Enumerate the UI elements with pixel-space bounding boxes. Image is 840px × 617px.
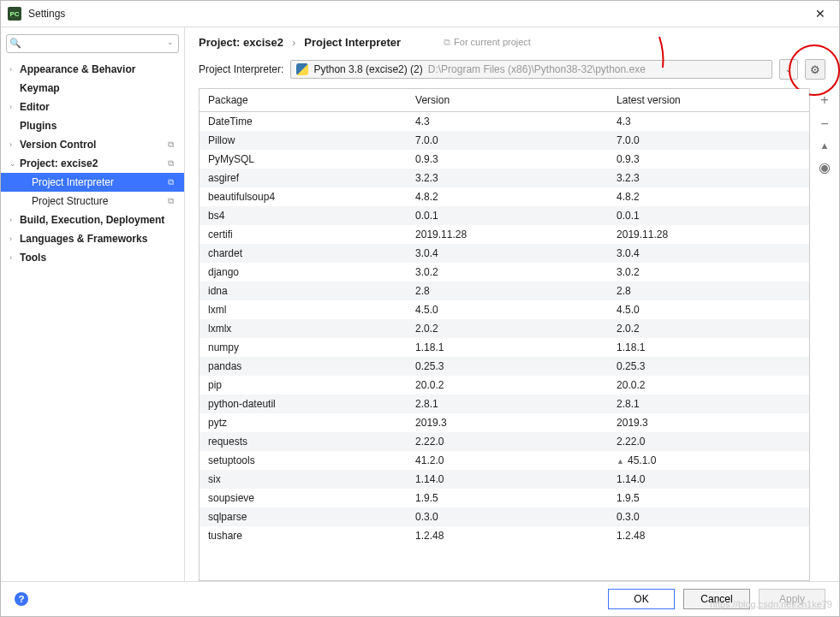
cell-package: requests [200,432,407,451]
cell-package: asgiref [200,169,407,187]
cell-package: numpy [200,338,407,357]
cell-version: 1.9.5 [407,489,608,507]
chevron-icon: › [9,216,20,224]
sidebar-item-appearance-behavior[interactable]: ›Appearance & Behavior [1,60,184,79]
help-button[interactable]: ? [15,592,28,606]
table-row[interactable]: Pillow7.0.07.0.0 [200,131,809,150]
table-row[interactable]: pip20.0.220.0.2 [200,376,809,395]
cell-version: 4.3 [407,112,608,132]
cell-package: lxml [200,300,407,319]
cell-latest: 0.25.3 [608,357,809,376]
table-row[interactable]: PyMySQL0.9.30.9.3 [200,150,809,169]
table-row[interactable]: chardet3.0.43.0.4 [200,244,809,263]
add-package-button[interactable]: + [820,93,828,107]
cell-latest: 1.18.1 [608,338,809,357]
table-row[interactable]: setuptools41.2.0▲45.1.0 [200,451,809,470]
cell-version: 1.2.48 [407,526,608,545]
sidebar-item-project-structure[interactable]: Project Structure⧉ [1,192,184,211]
table-row[interactable]: python-dateutil2.8.12.8.1 [200,395,809,413]
sidebar-item-languages-frameworks[interactable]: ›Languages & Frameworks [1,229,184,248]
table-row[interactable]: asgiref3.2.33.2.3 [200,169,809,187]
sidebar-item-label: Plugins [20,120,57,132]
show-early-releases-button[interactable]: ◉ [819,161,831,175]
cell-package: certifi [200,225,407,244]
cell-latest: 3.0.4 [608,244,809,263]
sidebar-item-tools[interactable]: ›Tools [1,248,184,267]
cell-latest: 1.14.0 [608,470,809,489]
sidebar-item-plugins[interactable]: Plugins [1,116,184,135]
cell-version: 4.8.2 [407,187,608,206]
sidebar-item-label: Project: excise2 [20,157,98,169]
table-row[interactable]: pandas0.25.30.25.3 [200,357,809,376]
cell-version: 2.0.2 [407,319,608,338]
cancel-button[interactable]: Cancel [683,589,750,609]
scope-icon: ⧉ [168,196,174,206]
sidebar-item-label: Keymap [20,82,60,94]
scope-icon: ⧉ [168,177,174,187]
remove-package-button[interactable]: − [820,117,828,131]
interpreter-dropdown[interactable]: ⌄ [779,59,798,80]
table-row[interactable]: lxml4.5.04.5.0 [200,300,809,319]
interpreter-path: D:\Program Files (x86)\Python38-32\pytho… [428,63,766,75]
table-row[interactable]: bs40.0.10.0.1 [200,206,809,225]
cell-latest: 2.0.2 [608,319,809,338]
table-row[interactable]: pytz2019.32019.3 [200,413,809,432]
ok-button[interactable]: OK [608,589,675,609]
sidebar-item-project-interpreter[interactable]: Project Interpreter⧉ [1,173,184,192]
sidebar-item-build-execution-deployment[interactable]: ›Build, Execution, Deployment [1,211,184,229]
upgrade-package-button[interactable]: ▲ [820,141,830,151]
titlebar: PC Settings ✕ [1,1,839,27]
apply-button[interactable]: Apply [759,589,825,609]
cell-latest: 0.0.1 [608,206,809,225]
cell-version: 4.5.0 [407,300,608,319]
sidebar-item-editor[interactable]: ›Editor [1,98,184,116]
cell-package: setuptools [200,451,407,470]
cell-latest: 2.22.0 [608,432,809,451]
col-latest[interactable]: Latest version [608,89,809,112]
cell-latest: 4.5.0 [608,300,809,319]
cell-package: pip [200,376,407,395]
chevron-icon: › [9,234,20,243]
cell-package: six [200,470,407,489]
col-package[interactable]: Package [200,89,407,112]
table-row[interactable]: requests2.22.02.22.0 [200,432,809,451]
table-row[interactable]: DateTime4.34.3 [200,112,809,132]
table-row[interactable]: certifi2019.11.282019.11.28 [200,225,809,244]
cell-latest: 1.2.48 [608,526,809,545]
cell-package: django [200,263,407,282]
cell-latest: 2019.3 [608,413,809,432]
table-row[interactable]: idna2.82.8 [200,282,809,300]
cell-version: 1.18.1 [407,338,608,357]
sidebar-item-version-control[interactable]: ›Version Control⧉ [1,135,184,154]
table-row[interactable]: six1.14.01.14.0 [200,470,809,489]
cell-version: 2019.11.28 [407,225,608,244]
scope-icon: ⧉ [168,158,174,169]
search-history-icon[interactable]: ⌄ [167,38,174,46]
table-row[interactable]: lxmlx2.0.22.0.2 [200,319,809,338]
search-input[interactable] [6,34,179,53]
table-row[interactable]: sqlparse0.3.00.3.0 [200,507,809,526]
sidebar-item-keymap[interactable]: Keymap [1,79,184,98]
table-row[interactable]: numpy1.18.11.18.1 [200,338,809,357]
cell-package: DateTime [200,112,407,132]
table-row[interactable]: soupsieve1.9.51.9.5 [200,489,809,507]
table-row[interactable]: django3.0.23.0.2 [200,263,809,282]
cell-package: Pillow [200,131,407,150]
cell-package: bs4 [200,206,407,225]
cell-version: 2.8 [407,282,608,300]
sidebar-item-project-excise2[interactable]: ⌄Project: excise2⧉ [1,154,184,173]
close-icon[interactable]: ✕ [808,3,832,24]
interpreter-select[interactable]: Python 3.8 (excise2) (2) D:\Program File… [290,60,772,79]
cell-package: beautifulsoup4 [200,187,407,206]
packages-table[interactable]: Package Version Latest version DateTime4… [199,88,810,581]
col-version[interactable]: Version [407,89,608,112]
table-row[interactable]: beautifulsoup44.8.24.8.2 [200,187,809,206]
gear-icon[interactable]: ⚙ [805,59,825,80]
interpreter-label: Project Interpreter: [199,63,283,75]
upgrade-available-icon: ▲ [617,457,624,466]
search-icon: 🔍 [9,38,21,49]
cell-package: PyMySQL [200,150,407,169]
cell-latest: 4.3 [608,112,809,132]
table-row[interactable]: tushare1.2.481.2.48 [200,526,809,545]
breadcrumb-project[interactable]: Project: excise2 [199,36,283,49]
